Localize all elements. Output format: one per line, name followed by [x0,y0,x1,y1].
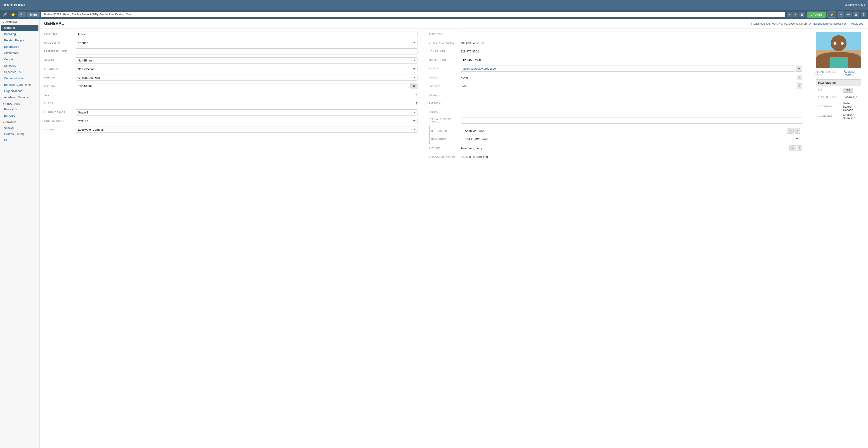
sidebar-section-general[interactable]: ▼ GENERAL [0,19,39,24]
arrow-icon: ▼ [2,21,4,24]
audit-log-link[interactable]: Audit Log [851,22,864,25]
hr-teacher-input[interactable] [463,128,786,134]
birthday-input[interactable] [76,83,409,89]
pronouns-select[interactable]: No Selection [76,66,417,72]
name-suffix-select[interactable]: <None> [76,40,417,46]
hr-teacher-row-inner: 🔍 ↗ [463,128,800,134]
campus-row: CAMPUS Edgewater Campus [44,126,417,133]
sidebar-item-general[interactable]: General [1,25,38,31]
last-modified-label: Last Modified: [754,22,771,25]
advisor-external-link-icon[interactable]: ↗ [797,145,802,151]
page-title: GENERAL [44,21,64,26]
email1-input[interactable] [461,66,795,72]
student-group-select[interactable]: MYP 1a [76,118,417,124]
address2-row: ADDRESS 2 [429,31,802,37]
current-grade-select[interactable]: Grade 3 [76,109,417,116]
name-suffix-label: NAME SUFFIX [44,41,76,44]
search-button[interactable]: 🔍 [18,11,26,18]
nav-right-icons: ↩ ⊞ ? [845,11,866,18]
sidebar-item-schedule[interactable]: Schedule [1,63,38,69]
city-state-postal-label: CITY, STATE, POSTAL [429,41,461,44]
parent1-external-link-icon[interactable]: ↗ [797,75,802,80]
lightning-button[interactable]: ⚡ [827,11,836,18]
add-button[interactable]: + [837,11,844,18]
nav-back-button[interactable]: « [786,12,792,17]
parent2-value: Beth ↗ [461,84,802,89]
address2-input[interactable] [461,31,802,37]
parent3-label: PARENT 3 [429,94,461,96]
gender-label: GENDER [44,59,76,62]
parent2-external-link-icon[interactable]: ↗ [797,84,802,89]
sidebar-item-grades-letter[interactable]: Grades (Letter) [1,131,38,137]
birthday-input-group: 📅 [76,83,417,89]
hr-teacher-value: 🔍 ↗ [463,128,800,134]
homeroom-select[interactable]: 03-UOI-3C: Barry [463,136,800,142]
home-phone-static: 928-375-9562 [461,49,479,54]
parent4-label: PARENT 4 [429,102,461,105]
hr-teacher-search-icon[interactable]: 🔍 [787,128,794,134]
arrow-icon-grades: ▼ [2,121,4,123]
sidebar-item-communication[interactable]: Communication [1,75,38,82]
sidebar-item-grades[interactable]: Grades [1,125,38,131]
sidebar-item-programs[interactable]: Programs [1,106,38,113]
current-grade-value: Grade 3 [76,109,417,116]
parent1-label: PARENT 1 [429,76,461,79]
pronouns-value: No Selection [76,66,417,72]
campus-value: Edgewater Campus [76,127,417,133]
apps-button[interactable]: ⊞ [853,11,860,18]
sidebar-section-programs[interactable]: ▼ PROGRAMS [0,101,39,106]
help-button[interactable]: ? [861,11,866,18]
star-icon[interactable]: ⭐ [10,11,16,18]
update-button[interactable]: UPDATE [807,11,826,18]
child-num-row: CHILD # 1 [44,100,417,107]
sidebar-item-organizations[interactable]: Organizations [1,88,38,94]
ethnicity-row: ETHNICITY African American [44,74,417,81]
last-modified-by-label: by [809,22,811,25]
special-custody-input[interactable] [461,118,802,124]
gender-value: Non-Binary [76,57,417,64]
mobile-phone-input[interactable] [461,57,802,63]
rocket-icon[interactable]: 🚀 [2,11,8,18]
sidebar-item-emergency[interactable]: Emergency [1,44,38,50]
sidebar-item-cohort[interactable]: Cohort [1,56,38,62]
place-of-birth-value [843,94,859,100]
sidebar-item-academic-reports[interactable]: Academic Reports [1,94,38,100]
last-modified-by-link[interactable]: mallory.kidd@veracross.com [813,22,847,25]
sidebar-item-ib[interactable]: IB [1,137,38,143]
at-icon[interactable]: @ [796,66,802,72]
hr-homeroom-highlight: HR TEACHER 🔍 ↗ HOMEROOM [429,126,802,144]
history-button[interactable]: ↩ [845,11,852,18]
calendar-icon[interactable]: 📅 [410,83,417,89]
nav-arrows: « » [786,12,798,17]
sidebar-section-grades[interactable]: ▼ GRADES [0,119,39,124]
replace-photo-link[interactable]: Replace Photo... [844,70,864,76]
sidebar-item-related-people[interactable]: Related People [1,37,38,43]
nav-forward-button[interactable]: » [793,12,798,17]
gender-select[interactable]: Non-Binary [76,57,417,64]
home-phone-label: HOME PHONE [429,50,461,53]
enrollment-status-static: RE: Not Re-Enrolling [461,154,488,160]
ethnicity-value: African American [76,74,417,81]
current-grade-row: CURRENT GRADE Grade 3 [44,109,417,116]
hr-teacher-external-link-icon[interactable]: ↗ [795,128,800,134]
sidebar-item-boarding[interactable]: Boarding [1,31,38,37]
preferred-name-input[interactable] [76,49,417,55]
i20-toggle-button[interactable]: NO [843,88,853,93]
sidebar-item-ext-care[interactable]: Ext Care [1,113,38,119]
advisor-row-inner: Teachman, Jerry 🔍 ↗ [461,145,802,151]
last-name-input[interactable] [76,31,417,37]
sidebar-item-behavior-comments[interactable]: Behavior/Comments [1,82,38,88]
place-of-birth-input[interactable] [843,94,859,100]
grid-view-button[interactable]: ⊞ [799,12,805,17]
birthday-label: BIRTHDAY [44,85,76,88]
home-phone-row: HOME PHONE 928-375-9562 [429,48,802,55]
user-label[interactable]: vc.client.faculty ▾ [845,3,865,6]
sidebar-item-schedule-all[interactable]: Schedule - ALL [1,69,38,75]
ethnicity-select[interactable]: African American [76,74,417,81]
campus-select[interactable]: Edgewater Campus [76,127,417,133]
main-button[interactable]: Main [27,12,39,18]
ethnicity-label: ETHNICITY [44,76,76,79]
sidebar-item-attendance[interactable]: Attendance [1,50,38,56]
advisor-search-icon[interactable]: 🔍 [789,145,796,151]
siblings-label: SIBLINGS [429,111,461,113]
